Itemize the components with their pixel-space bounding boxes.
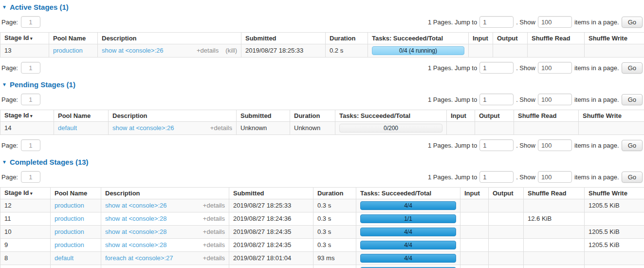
column-header-stage-id[interactable]: Stage Id ▾ xyxy=(0,33,49,44)
stage-description-link[interactable]: show at <console>:28 xyxy=(105,229,166,235)
page-number-input[interactable] xyxy=(21,139,40,151)
column-header-stage-id[interactable]: Stage Id ▾ xyxy=(0,188,51,199)
task-progress-bar: 4/4 xyxy=(360,201,456,210)
page-number-input[interactable] xyxy=(21,62,40,74)
column-header-output[interactable]: Output xyxy=(475,110,514,122)
tasks-cell: 1/1 xyxy=(356,212,460,226)
column-header-shuffle-read[interactable]: Shuffle Read xyxy=(528,33,585,44)
task-progress-bar: 4/4 xyxy=(360,228,456,236)
stage-description-link[interactable]: show at <console>:26 xyxy=(102,47,163,54)
page-number-input[interactable] xyxy=(21,171,40,183)
page-label: Page: xyxy=(1,64,18,72)
column-header-stage-id[interactable]: Stage Id ▾ xyxy=(0,110,54,122)
shuffle-read-cell xyxy=(514,122,579,135)
show-items-input[interactable] xyxy=(538,94,572,105)
column-header-submitted[interactable]: Submitted xyxy=(229,188,313,199)
stage-description-link[interactable]: foreach at <console>:27 xyxy=(105,255,173,262)
column-header-input[interactable]: Input xyxy=(469,33,493,44)
column-header-input[interactable]: Input xyxy=(447,110,475,122)
pending-stages-header[interactable]: ▼ Pending Stages (1) xyxy=(2,80,644,89)
details-toggle-link[interactable]: +details xyxy=(210,125,232,132)
details-toggle-link[interactable]: +details xyxy=(203,215,225,222)
table-header-row: Stage Id ▾Pool NameDescriptionSubmittedD… xyxy=(0,110,644,122)
stage-row: 14 default show at <console>:26 +details… xyxy=(0,122,644,135)
column-header-pool-name[interactable]: Pool Name xyxy=(51,188,101,199)
column-header-description[interactable]: Description xyxy=(101,188,229,199)
go-button[interactable]: Go xyxy=(622,140,643,151)
pool-name-link[interactable]: default xyxy=(58,124,77,132)
stage-id-cell: 13 xyxy=(0,44,49,57)
task-progress-bar: 0/4 (4 running) xyxy=(372,46,464,55)
completed-stages-header[interactable]: ▼ Completed Stages (13) xyxy=(2,158,644,167)
details-toggle-link[interactable]: +details xyxy=(203,229,225,235)
pool-name-cell: production xyxy=(51,212,101,226)
column-header-shuffle-read[interactable]: Shuffle Read xyxy=(514,110,579,122)
jump-to-page-input[interactable] xyxy=(479,62,514,74)
column-header-input[interactable]: Input xyxy=(460,188,489,199)
go-button[interactable]: Go xyxy=(622,17,643,28)
details-toggle-link[interactable]: +details xyxy=(203,202,225,209)
pool-name-link[interactable]: production xyxy=(53,47,83,54)
details-toggle-link[interactable]: +details xyxy=(203,255,225,262)
show-items-input[interactable] xyxy=(538,62,572,74)
description-cell: show at <console>:28 +details xyxy=(101,239,229,252)
description-cell: foreach at <console>:27 +details xyxy=(101,265,229,268)
pool-name-link[interactable]: production xyxy=(55,215,84,222)
jump-to-page-input[interactable] xyxy=(479,171,514,183)
tasks-cell: 0/200 xyxy=(335,122,447,135)
column-header-description[interactable]: Description xyxy=(98,33,241,44)
go-button[interactable]: Go xyxy=(622,62,643,74)
column-header-duration[interactable]: Duration xyxy=(326,33,368,44)
column-header-duration[interactable]: Duration xyxy=(313,188,356,199)
stage-description-link[interactable]: show at <console>:26 xyxy=(112,125,174,132)
details-toggle-link[interactable]: +details xyxy=(203,242,225,249)
pool-name-link[interactable]: production xyxy=(55,241,84,249)
jump-to-page-input[interactable] xyxy=(479,94,514,105)
page-label: Page: xyxy=(1,96,18,103)
shuffle-read-cell xyxy=(524,239,585,252)
column-header-output[interactable]: Output xyxy=(493,33,528,44)
column-header-submitted[interactable]: Submitted xyxy=(241,33,326,44)
kill-link[interactable]: (kill) xyxy=(225,47,237,54)
column-header-duration[interactable]: Duration xyxy=(290,110,335,122)
stage-id-cell: 14 xyxy=(0,122,54,135)
active-stages-header[interactable]: ▼ Active Stages (1) xyxy=(2,3,644,12)
column-header-tasks-succeeded-total[interactable]: Tasks: Succeeded/Total xyxy=(356,188,460,199)
tasks-cell: 0/4 (4 running) xyxy=(368,44,469,57)
pool-name-link[interactable]: default xyxy=(55,254,74,262)
stage-description-link[interactable]: show at <console>:28 xyxy=(105,215,166,222)
column-header-shuffle-read[interactable]: Shuffle Read xyxy=(524,188,585,199)
go-button[interactable]: Go xyxy=(622,94,643,105)
stage-description-link[interactable]: show at <console>:28 xyxy=(105,242,166,249)
go-button[interactable]: Go xyxy=(622,172,643,183)
show-items-input[interactable] xyxy=(538,16,572,28)
shuffle-write-cell xyxy=(585,252,644,265)
column-header-shuffle-write[interactable]: Shuffle Write xyxy=(579,110,644,122)
completed-stages-section: ▼ Completed Stages (13) Page: 1 Pages. J… xyxy=(0,158,644,268)
column-header-pool-name[interactable]: Pool Name xyxy=(54,110,109,122)
column-header-tasks-succeeded-total[interactable]: Tasks: Succeeded/Total xyxy=(335,110,447,122)
stage-id-cell: 12 xyxy=(0,199,51,212)
show-items-input[interactable] xyxy=(538,139,572,151)
page-number-input[interactable] xyxy=(21,94,40,105)
column-header-shuffle-write[interactable]: Shuffle Write xyxy=(585,188,644,199)
column-header-submitted[interactable]: Submitted xyxy=(237,110,290,122)
jump-to-page-input[interactable] xyxy=(479,139,514,151)
column-header-shuffle-write[interactable]: Shuffle Write xyxy=(585,33,644,44)
pagination-bar: Page: 1 Pages. Jump to . Show items in a… xyxy=(0,62,644,74)
column-header-pool-name[interactable]: Pool Name xyxy=(49,33,98,44)
show-label: . Show xyxy=(516,64,535,72)
stage-description-link[interactable]: show at <console>:26 xyxy=(105,202,166,209)
jump-to-page-input[interactable] xyxy=(479,16,514,28)
pool-name-link[interactable]: production xyxy=(55,228,84,235)
page-number-input[interactable] xyxy=(21,16,40,28)
pages-count-text: 1 Pages. Jump to xyxy=(428,142,477,149)
details-toggle-link[interactable]: +details xyxy=(197,47,219,54)
pool-name-link[interactable]: production xyxy=(55,202,84,209)
column-header-output[interactable]: Output xyxy=(489,188,524,199)
column-header-description[interactable]: Description xyxy=(109,110,237,122)
show-items-input[interactable] xyxy=(538,171,572,183)
task-progress-label: 4/4 xyxy=(404,202,412,209)
sort-descending-icon: ▾ xyxy=(29,36,33,41)
column-header-tasks-succeeded-total[interactable]: Tasks: Succeeded/Total xyxy=(368,33,469,44)
